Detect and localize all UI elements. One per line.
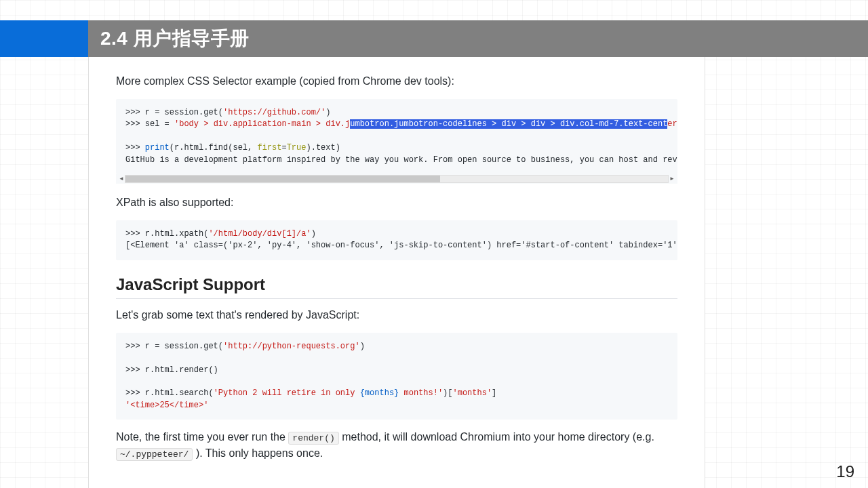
- code-line: >>> sel = 'body > div.application-main >…: [125, 119, 677, 129]
- code-line: >>> r.html.search('Python 2 will retire …: [125, 388, 496, 398]
- intro-paragraph: More complex CSS Selector example (copie…: [116, 73, 677, 89]
- code-line: >>> print(r.html.find(sel, first=True).t…: [125, 143, 340, 152]
- page-title: 2.4 用户指导手册: [100, 26, 250, 52]
- section-heading-js-support: JavaScript Support: [116, 272, 677, 299]
- code-line: >>> r.html.xpath('/html/body/div[1]/a'): [125, 229, 316, 239]
- header-accent-block: [0, 20, 88, 57]
- code-line: >>> r.html.render(): [125, 365, 218, 375]
- code-line: >>> r = session.get('https://github.com/…: [125, 108, 330, 117]
- code-block-xpath: >>> r.html.xpath('/html/body/div[1]/a') …: [116, 220, 677, 260]
- code-line: >>> r = session.get('http://python-reque…: [125, 342, 365, 351]
- code-line: GitHub is a development platform inspire…: [125, 155, 677, 165]
- page-number: 19: [836, 462, 854, 481]
- code-line: '<time>25</time>': [125, 401, 208, 410]
- scrollbar-track[interactable]: [125, 175, 669, 183]
- code-line: [<Element 'a' class=('px-2', 'py-4', 'sh…: [125, 241, 677, 250]
- code-block-css-selector: >>> r = session.get('https://github.com/…: [116, 99, 677, 174]
- js-intro-paragraph: Let's grab some text that's rendered by …: [116, 307, 677, 323]
- xpath-label: XPath is also supported:: [116, 195, 677, 211]
- inline-code-render: render(): [288, 432, 338, 445]
- inline-code-path: ~/.pyppeteer/: [116, 448, 193, 461]
- scroll-left-arrow-icon[interactable]: ◄: [118, 174, 125, 184]
- content-column: More complex CSS Selector example (copie…: [88, 57, 705, 488]
- code-block-js-render: >>> r = session.get('http://python-reque…: [116, 333, 677, 420]
- horizontal-scrollbar[interactable]: ◄ ►: [116, 174, 677, 184]
- header-bar: 2.4 用户指导手册: [88, 20, 868, 57]
- scrollbar-thumb[interactable]: [125, 176, 440, 182]
- scroll-right-arrow-icon[interactable]: ►: [669, 174, 675, 184]
- note-paragraph: Note, the first time you ever run the re…: [116, 429, 677, 462]
- text-selection: umbotron.jumbotron-codelines > div > div…: [350, 119, 667, 129]
